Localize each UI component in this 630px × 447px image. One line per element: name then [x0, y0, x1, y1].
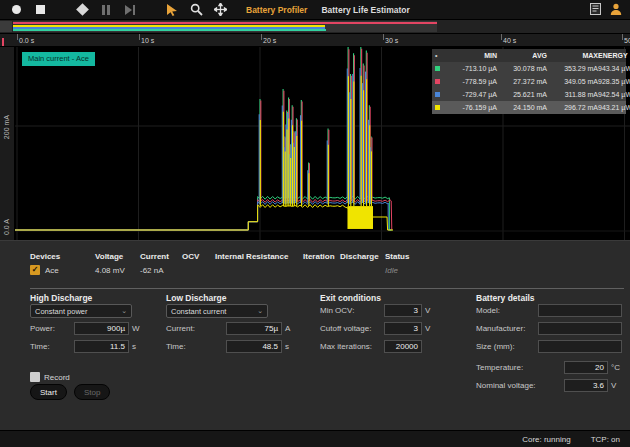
ld-current-input[interactable]: 75µ	[226, 322, 282, 335]
min-ocv-label: Min OCV:	[320, 306, 354, 315]
temperature-input[interactable]: 20	[564, 361, 608, 374]
ld-current-unit: A	[285, 324, 290, 333]
tab-battery-life-estimator[interactable]: Battery Life Estimator	[321, 5, 409, 15]
stats-row-green[interactable]: -713.10 µA30.078 mA 353.29 mA943.34 µWh	[432, 62, 626, 75]
power-input[interactable]: 900µ	[74, 322, 129, 335]
nominal-voltage-label: Nominal voltage:	[476, 381, 536, 390]
max-iterations-input[interactable]: 20000	[384, 340, 422, 353]
devices-header: Devices	[30, 252, 60, 261]
chevron-down-icon: ⌄	[121, 307, 127, 315]
stats-header-row: • MIN AVG MAX ENERGY	[432, 49, 626, 62]
cutoff-voltage-unit: V	[425, 324, 430, 333]
internal-resistance-header: Internal Resistance	[215, 252, 288, 261]
cutoff-voltage-label: Cutoff voltage:	[320, 324, 371, 333]
status-header: Status	[385, 252, 409, 261]
configuration-panel: Devices Voltage Current OCV Internal Res…	[0, 240, 630, 430]
hd-time-label: Time:	[30, 342, 50, 351]
y-axis-gutter: 200 mA 0.0 A	[0, 47, 15, 240]
device-name[interactable]: Ace	[45, 266, 59, 275]
battery-details-title: Battery details	[476, 293, 535, 303]
manufacturer-input[interactable]	[538, 322, 622, 335]
tcp-status: TCP: on	[591, 435, 620, 444]
device-status-value: Idle	[385, 266, 398, 275]
overview-left-cap	[0, 21, 12, 32]
cutoff-voltage-input[interactable]: 3	[384, 322, 422, 335]
log-icon[interactable]	[590, 1, 601, 19]
time-tick: 40 s	[503, 37, 516, 44]
recording-overview-scrubber[interactable]	[0, 20, 630, 33]
power-label: Power:	[30, 324, 55, 333]
model-label: Model:	[476, 306, 500, 315]
step-forward-icon[interactable]	[122, 3, 138, 17]
status-bar: Core: running TCP: on	[0, 430, 630, 447]
series-color-chip	[435, 66, 440, 71]
ld-time-input[interactable]: 48.5	[226, 340, 282, 353]
voltage-header: Voltage	[95, 252, 123, 261]
discharge-header: Discharge	[340, 252, 379, 261]
record-icon[interactable]	[8, 3, 24, 17]
current-chart[interactable]: 200 mA 0.0 A Main current - Ace • MIN AV…	[0, 47, 630, 240]
iteration-header: Iteration	[303, 252, 335, 261]
max-iterations-label: Max iterations:	[320, 342, 372, 351]
y-axis-label-200ma: 200 mA	[3, 115, 10, 139]
size-input[interactable]	[538, 340, 622, 353]
y-axis-label-0a: 0.0 A	[3, 219, 10, 235]
time-tick: 0.0 s	[19, 37, 34, 44]
stats-table[interactable]: • MIN AVG MAX ENERGY -713.10 µA30.078 mA…	[432, 49, 626, 114]
nominal-voltage-unit: V	[611, 381, 616, 390]
hd-time-input[interactable]: 11.5	[74, 340, 129, 353]
section-divider	[30, 288, 624, 289]
series-color-chip	[435, 92, 440, 97]
ld-time-unit: s	[285, 342, 289, 351]
device-voltage-value: 4.08 mV	[95, 266, 125, 275]
axis-marker	[2, 38, 4, 47]
stats-row-yellow[interactable]: -76.159 µA24.150 mA 296.72 mA943.21 µWh	[432, 101, 626, 114]
toolbar: Battery Profiler Battery Life Estimator	[0, 0, 630, 20]
model-input[interactable]	[538, 304, 622, 317]
nominal-voltage-input[interactable]: 3.6	[564, 379, 608, 392]
pan-icon[interactable]	[212, 3, 228, 17]
zoom-icon[interactable]	[188, 3, 204, 17]
stop-icon[interactable]	[32, 3, 48, 17]
time-axis[interactable]: 0.0 s 10 s 20 s 30 s 40 s 50 s	[0, 33, 630, 47]
pause-icon[interactable]	[98, 3, 114, 17]
high-discharge-mode-select[interactable]: Constant power⌄	[30, 304, 132, 318]
overview-line-green	[13, 29, 326, 32]
record-label: Record	[44, 373, 70, 382]
exit-conditions-title: Exit conditions	[320, 293, 381, 303]
high-discharge-title: High Discharge	[30, 293, 92, 303]
ocv-header: OCV	[182, 252, 199, 261]
current-header: Current	[140, 252, 169, 261]
time-tick: 10 s	[141, 37, 154, 44]
user-icon[interactable]	[610, 1, 622, 19]
core-status: Core: running	[522, 435, 570, 444]
tab-battery-profiler[interactable]: Battery Profiler	[246, 5, 307, 15]
low-discharge-mode-select[interactable]: Constant current⌄	[166, 304, 268, 318]
temperature-unit: °C	[611, 363, 620, 372]
diamond-icon[interactable]	[74, 3, 90, 17]
stats-row-blue[interactable]: -729.47 µA25.621 mA 311.88 mA942.54 µWh	[432, 88, 626, 101]
chevron-down-icon: ⌄	[257, 307, 263, 315]
ld-time-label: Time:	[166, 342, 186, 351]
stats-row-red[interactable]: -778.59 µA27.372 mA 349.05 mA928.35 µWh	[432, 75, 626, 88]
min-ocv-unit: V	[425, 306, 430, 315]
ld-current-label: Current:	[166, 324, 195, 333]
cursor-icon[interactable]	[164, 3, 180, 17]
power-unit: W	[132, 324, 140, 333]
record-checkbox[interactable]	[30, 372, 40, 382]
stop-button[interactable]: Stop	[74, 384, 110, 400]
low-discharge-title: Low Discharge	[166, 293, 226, 303]
time-tick: 30 s	[385, 37, 398, 44]
device-ace-checkbox[interactable]: ✓	[30, 265, 40, 275]
chart-series-badge[interactable]: Main current - Ace	[22, 52, 95, 66]
device-current-value: -62 nA	[140, 266, 164, 275]
battery-profiler-window: Battery Profiler Battery Life Estimator …	[0, 0, 630, 447]
temperature-label: Temperature:	[476, 363, 523, 372]
series-color-chip	[435, 105, 440, 110]
size-label: Size (mm):	[476, 342, 515, 351]
min-ocv-input[interactable]: 3	[384, 304, 422, 317]
hd-time-unit: s	[132, 342, 136, 351]
manufacturer-label: Manufacturer:	[476, 324, 525, 333]
start-button[interactable]: Start	[30, 384, 67, 400]
time-tick: 50 s	[624, 37, 630, 44]
